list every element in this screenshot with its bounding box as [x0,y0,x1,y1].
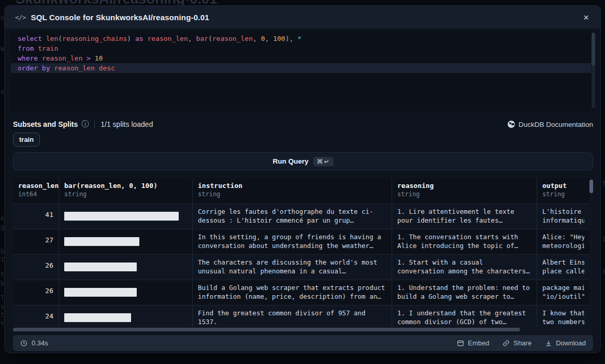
duckdb-documentation-label: DuckDB Documentation [518,121,593,128]
sql-token: 10 [95,54,103,62]
column-header-bar-reason-len-0-100-: bar(reason_len, 0, 100)string [59,178,193,203]
info-icon[interactable]: ⓘ [81,120,89,129]
editor-scrollbar-thumb[interactable] [592,33,595,66]
table-horizontal-scrollbar-thumb[interactable] [13,328,520,331]
sql-token: reason_len [212,35,253,42]
sql-editor-active-line: order by reason_len desc [11,63,591,73]
embed-icon [457,340,464,347]
query-time-value: 0.34s [32,339,48,347]
output-text-line: Albert Einste [542,258,584,267]
table-vertical-scrollbar-thumb[interactable] [589,180,593,193]
sql-token: reasoning_chains [62,35,127,42]
cell-bar [59,255,193,280]
action-label: Download [556,339,586,347]
bar-visual [64,263,137,271]
sql-token [82,54,87,62]
column-name: reason_len [18,182,53,190]
editor-scrollbar[interactable] [592,33,595,108]
sql-token: > [87,54,91,62]
column-header-reasoning: reasoningstring [392,178,537,203]
duckdb-logo-icon [508,121,515,128]
sql-token [95,64,99,72]
share-button[interactable]: Share [502,339,531,347]
output-text-line: place called [542,267,584,276]
results-table: reason_lenint64bar(reason_len, 0, 100)st… [13,178,593,332]
instruction-text: Corrige les fautes d'orthographe du text… [198,208,386,225]
table-vertical-scrollbar[interactable] [589,178,593,332]
column-name: instruction [198,182,386,190]
cell-instruction: Corrige les fautes d'orthographe du text… [193,204,392,229]
cell-output: L'histoire coinformatique [537,204,589,229]
output-text-line: package main [542,284,584,293]
duckdb-documentation-link[interactable]: DuckDB Documentation [508,121,593,128]
keyboard-shortcut-badge: ⌘↵ [313,157,333,166]
output-text-line: two numbers i [542,318,584,327]
sql-token: 0 [261,35,265,42]
sql-token [38,54,42,62]
sql-token: reason_len [42,54,82,62]
background-text-fragment: 1 [602,236,605,243]
run-query-button[interactable]: Run Query ⌘↵ [13,152,593,170]
column-header-output: outputstring [537,178,589,203]
table-row: 26Build a Golang web scraper that extrac… [13,280,589,305]
cell-reasoning: 1. I understand that the greatest common… [392,305,537,330]
background-text-fragment: f [602,180,605,187]
instruction-text: Find the greatest common divisor of 957 … [198,309,386,326]
cell-reasoning: 1. The conversation starts with Alice in… [392,229,537,254]
reasoning-text: 1. Understand the problem: need to build… [397,284,531,301]
run-query-label: Run Query [272,157,308,165]
instruction-text: Build a Golang web scraper that extracts… [198,284,386,301]
output-text-line: I know that t [542,309,584,318]
download-button[interactable]: Download [545,339,586,347]
column-type: string [64,191,187,198]
cell-reason-len: 26 [13,255,59,280]
sql-editor-line: where reason_len > 10 [11,53,591,63]
divider [94,120,95,128]
column-header-reason-len: reason_lenint64 [13,178,59,203]
cell-reasoning: 1. Lire attentivement le texte pour iden… [392,204,537,229]
sql-editor-line: from train [11,43,591,53]
sql-token: by [42,64,50,72]
bar-visual [64,288,137,297]
output-text-line: meteorologist [542,242,584,251]
embed-button[interactable]: Embed [457,339,489,347]
reasoning-text: 1. Lire attentivement le texte pour iden… [397,208,531,225]
sql-editor-line: select len(reasoning_chains) as reason_l… [11,34,591,43]
modal-titlebar: </> SQL Console for SkunkworksAI/reasoni… [5,6,600,28]
bar-visual [64,212,179,221]
cell-bar [59,305,193,330]
sql-editor[interactable]: select len(reasoning_chains) as reason_l… [11,31,595,111]
split-chip-train[interactable]: train [13,133,40,147]
sql-token: train [38,45,58,52]
code-icon: </> [15,13,25,21]
table-horizontal-scrollbar[interactable] [13,327,589,332]
sql-token: * [297,35,301,42]
results-footer: 0.34s EmbedShareDownload [13,335,593,351]
cell-output: I know that ttwo numbers i [537,305,589,330]
reasoning-text: 1. The conversation starts with Alice in… [397,233,531,250]
cell-reason-len: 41 [13,204,59,229]
cell-bar [59,204,193,229]
cell-instruction: In this setting, a group of friends is h… [193,229,392,254]
sql-token: ( [208,35,212,42]
action-label: Embed [468,339,489,347]
sql-editor-lines: select len(reasoning_chains) as reason_l… [11,34,591,73]
cell-bar [59,229,193,254]
instruction-text: The characters are discussing the world'… [198,258,386,275]
clock-icon [20,340,27,347]
sql-token: bar [196,35,208,42]
bar-visual [64,237,139,246]
background-text-fragment: 38 [602,268,605,275]
sql-token: reason_len [54,64,94,72]
sql-token: where [18,54,38,62]
cell-bar [59,280,193,305]
sql-token: len [46,35,58,42]
action-label: Share [513,339,531,347]
cell-output: Albert Einsteplace called [537,255,589,280]
reasoning-text: 1. I understand that the greatest common… [397,309,531,326]
output-text-line: L'histoire co [542,208,584,216]
close-icon[interactable]: × [580,10,592,24]
reasoning-text: 1. Start with a casual conversation amon… [397,258,531,275]
sql-token [293,35,297,42]
column-name: output [542,182,584,190]
